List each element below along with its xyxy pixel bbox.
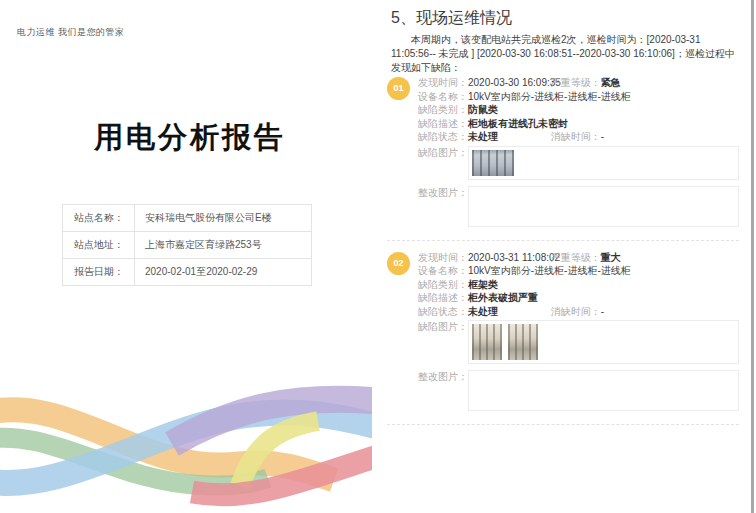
inspection-summary-paragraph: 本周期内，该变配电站共完成巡检2次，巡检时间为：[2020-03-31 11:0… [391,33,739,75]
table-row: 站点名称： 安科瑞电气股份有限公司E楼 [63,205,312,232]
defect-images-box [468,146,739,180]
defect-images-label: 缺陷图片： [418,320,468,334]
severity-value: 重大 [601,252,621,263]
defect-photo-thumbnail[interactable] [472,150,514,176]
defect-record-list: 01 发现时间：2020-03-30 16:09:35 严重等级：紧急 设备名称… [387,76,739,435]
defect-photo-thumbnail[interactable] [508,324,538,360]
defect-fields: 发现时间：2020-03-31 11:08:02 严重等级：重大 设备名称：10… [418,251,739,416]
found-time-value: 2020-03-30 16:09:35 [468,77,561,88]
defect-category-label: 缺陷类别： [418,279,468,290]
defect-status-value: 未处理 [468,131,498,142]
rectify-images-label: 整改图片： [418,186,468,200]
cover-page: 电力运维 我们是您的管家 用电分析报告 站点名称： 安科瑞电气股份有限公司E楼 … [8,0,372,513]
defect-images-label: 缺陷图片： [418,146,468,160]
vertical-scrollbar-track[interactable] [749,0,756,513]
report-title: 用电分析报告 [8,118,372,158]
defect-index-badge: 02 [387,252,410,275]
found-time-label: 发现时间： [418,252,468,263]
rectify-images-label: 整改图片： [418,370,468,384]
decorative-waves-graphic [0,384,372,508]
defect-category-label: 缺陷类别： [418,104,468,115]
table-row: 站点地址： 上海市嘉定区育绿路253号 [63,232,312,259]
found-time-value: 2020-03-31 11:08:02 [468,252,560,263]
defect-status-label: 缺陷状态： [418,131,468,142]
device-name-label: 设备名称： [418,91,468,102]
defect-images-box [468,320,739,364]
maintenance-section-page: 5、现场运维情况 本周期内，该变配电站共完成巡检2次，巡检时间为：[2020-0… [385,0,743,513]
company-slogan: 电力运维 我们是您的管家 [17,26,125,39]
defect-record-02: 02 发现时间：2020-03-31 11:08:02 严重等级：重大 设备名称… [387,251,739,426]
device-name-value: 10kV室内部分-进线柜-进线柜-进线柜 [468,91,631,102]
vertical-scrollbar-thumb[interactable] [751,0,754,513]
site-address-label: 站点地址： [63,232,135,259]
table-row: 报告日期： 2020-02-01至2020-02-29 [63,259,312,286]
defect-record-01: 01 发现时间：2020-03-30 16:09:35 严重等级：紧急 设备名称… [387,76,739,241]
severity-label: 严重等级： [551,77,601,88]
severity-value: 紧急 [601,77,621,88]
report-viewer: 电力运维 我们是您的管家 用电分析报告 站点名称： 安科瑞电气股份有限公司E楼 … [0,0,756,513]
defect-fields: 发现时间：2020-03-30 16:09:35 严重等级：紧急 设备名称：10… [418,76,739,231]
severity-label: 严重等级： [551,252,601,263]
device-name-label: 设备名称： [418,265,468,276]
defect-category-value: 框架类 [468,279,498,290]
report-date-value: 2020-02-01至2020-02-29 [135,259,312,286]
site-name-value: 安科瑞电气股份有限公司E楼 [135,205,312,232]
rectify-images-box [468,370,739,411]
report-date-label: 报告日期： [63,259,135,286]
device-name-value: 10kV室内部分-进线柜-进线柜-进线柜 [468,265,631,276]
defect-description-value: 柜地板有进线孔未密封 [468,118,568,129]
found-time-label: 发现时间： [418,77,468,88]
clear-time-label: 消缺时间： [551,306,601,317]
site-name-label: 站点名称： [63,205,135,232]
defect-description-label: 缺陷描述： [418,118,468,129]
clear-time-value: - [601,131,604,142]
defect-index-badge: 01 [387,77,410,100]
defect-description-label: 缺陷描述： [418,292,468,303]
site-address-value: 上海市嘉定区育绿路253号 [135,232,312,259]
clear-time-value: - [601,306,604,317]
defect-category-value: 防鼠类 [468,104,498,115]
defect-description-value: 柜外表破损严重 [468,292,538,303]
clear-time-label: 消缺时间： [551,131,601,142]
rectify-images-box [468,186,739,227]
defect-status-label: 缺陷状态： [418,306,468,317]
defect-status-value: 未处理 [468,306,498,317]
section-heading: 5、现场运维情况 [391,8,512,29]
defect-photo-thumbnail[interactable] [472,324,502,360]
site-info-table: 站点名称： 安科瑞电气股份有限公司E楼 站点地址： 上海市嘉定区育绿路253号 … [62,204,312,286]
